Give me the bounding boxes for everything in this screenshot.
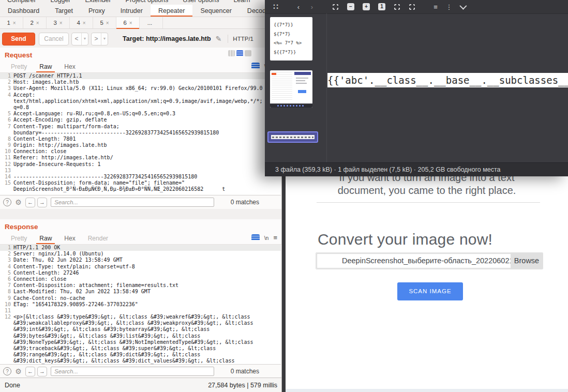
repeater-tab[interactable]: ... xyxy=(140,17,163,28)
send-button[interactable]: Send xyxy=(2,33,35,46)
zoom-original-icon[interactable]: 1 xyxy=(378,3,385,10)
page-tagline-line2: document, you came to the right place. xyxy=(286,185,568,197)
burp-main-tab[interactable]: Intruder xyxy=(113,5,151,17)
page-heading: Convert your image now! xyxy=(318,231,492,248)
prettify-icon[interactable] xyxy=(251,63,260,69)
file-input[interactable]: DeepinScreenshot_выберите-область_202206… xyxy=(317,253,511,268)
request-view-tab[interactable]: Hex xyxy=(58,61,81,72)
request-editor[interactable]: 1POST /scanner HTTP/1.12Host: images.lat… xyxy=(0,73,281,194)
burp-top-tab[interactable]: Learn xyxy=(226,0,257,5)
history-back-button[interactable]: < ▼ xyxy=(71,33,88,46)
chevron-down-icon[interactable]: ▼ xyxy=(101,33,108,45)
request-search-bar: ? ⚙ ← → Search... 0 matches xyxy=(0,195,281,209)
close-icon[interactable]: × xyxy=(13,20,16,26)
close-icon[interactable]: × xyxy=(129,20,132,26)
http-version-button[interactable]: HTTP/1 xyxy=(233,36,253,42)
close-icon[interactable]: × xyxy=(83,20,86,26)
request-title: Request xyxy=(5,51,32,59)
repeater-tab[interactable]: 2× xyxy=(23,17,47,28)
prev-match-icon[interactable]: ← xyxy=(25,367,35,376)
grid-view-icon[interactable]: ∷ xyxy=(271,2,280,12)
burp-top-tab-row: ComparerLoggerExtenderProject optionsUse… xyxy=(0,0,281,5)
selection-brackets-icon[interactable] xyxy=(333,4,338,10)
thumbnail-panel: {{7*7}}${7*7}<%= 7*7 %>${{7*7}} xyxy=(265,13,327,163)
search-input[interactable]: Search... xyxy=(51,198,214,207)
browse-button[interactable]: Browse xyxy=(511,253,543,269)
thumbnail-selected-strip[interactable] xyxy=(267,131,318,143)
request-line: boundary=---------------------------3226… xyxy=(0,130,281,136)
burp-top-tab[interactable]: Project options xyxy=(118,0,176,5)
burp-main-tab[interactable]: Sequencer xyxy=(192,5,239,17)
help-icon[interactable]: ? xyxy=(3,198,11,206)
zoom-out-icon[interactable]: − xyxy=(347,3,354,10)
response-view-tab[interactable]: Hex xyxy=(58,233,81,244)
gear-icon[interactable]: ⚙ xyxy=(14,198,23,206)
repeater-tab[interactable]: 4× xyxy=(70,17,93,28)
show-newlines-icon[interactable]: \n xyxy=(264,235,269,241)
response-view-tab[interactable]: Render xyxy=(82,233,114,244)
page-bottom-strip xyxy=(286,389,568,392)
prettify-icon[interactable] xyxy=(251,234,260,241)
send-row: Send Cancel < ▼ > ▼ Target: http://image… xyxy=(0,29,281,49)
request-view-tab[interactable]: Raw xyxy=(33,61,58,72)
collapse-icon[interactable] xyxy=(458,2,467,12)
response-line: 8Last-Modified: Thu, 02 Jun 2022 13:58:4… xyxy=(0,289,281,295)
thumbnail-ssti-payloads[interactable]: {{7*7}}${7*7}<%= 7*7 %>${{7*7}} xyxy=(270,17,312,61)
burp-top-tab[interactable]: Comparer xyxy=(0,0,43,5)
back-icon[interactable]: ‹ xyxy=(294,2,303,12)
burp-main-tab[interactable]: Proxy xyxy=(81,5,113,17)
list-view-icon[interactable]: ≡ xyxy=(431,2,440,12)
response-view-tab[interactable]: Raw xyxy=(33,233,58,244)
repeater-tab[interactable]: 6× xyxy=(116,17,140,28)
response-line: 3Date: Thu, 02 Jun 2022 13:58:49 GMT xyxy=(0,257,281,263)
forward-icon[interactable]: › xyxy=(307,2,317,12)
layout-rows-icon[interactable] xyxy=(236,50,243,56)
frameless-icon[interactable] xyxy=(409,4,415,10)
separator xyxy=(228,35,228,43)
edit-pencil-icon[interactable]: ✎ xyxy=(216,35,222,43)
response-line: 11 xyxy=(0,308,281,314)
gear-icon[interactable]: ⚙ xyxy=(14,367,23,375)
burp-top-tab[interactable]: Logger xyxy=(43,0,78,5)
next-match-icon[interactable]: → xyxy=(37,367,47,376)
response-search-bar: ? ⚙ ← → Search... 0 matches xyxy=(0,364,281,378)
layout-columns-icon[interactable] xyxy=(228,50,235,56)
image-preview-strip[interactable]: {{'abc'.__class__.__base__.__subclasses_… xyxy=(327,73,568,87)
close-icon[interactable]: × xyxy=(106,20,109,26)
close-icon[interactable]: × xyxy=(36,20,39,26)
zoom-in-icon[interactable]: + xyxy=(363,3,370,10)
cancel-button[interactable]: Cancel xyxy=(39,33,69,46)
response-line: 1HTTP/1.1 200 OK xyxy=(0,245,281,251)
burp-main-tab[interactable]: Dashboard xyxy=(0,5,47,17)
request-line: 14-----------------------------322692837… xyxy=(0,174,281,180)
thumbnail-screenshot[interactable] xyxy=(270,70,312,108)
chevron-down-icon[interactable]: ▼ xyxy=(81,33,88,45)
burp-main-tab[interactable]: Repeater xyxy=(151,5,192,17)
request-line: 12Upgrade-Insecure-Requests: 1 xyxy=(0,161,281,168)
fullscreen-icon[interactable] xyxy=(394,4,400,10)
search-input[interactable]: Search... xyxy=(51,367,214,376)
help-icon[interactable]: ? xyxy=(3,367,11,375)
burp-top-tab[interactable]: User options xyxy=(175,0,226,5)
burp-top-tab[interactable]: Extender xyxy=(78,0,118,5)
burp-main-tab[interactable]: Target xyxy=(47,5,81,17)
response-line: &#39;traceback&#39;&gt;, &lt;class &#39;… xyxy=(0,345,281,352)
next-match-icon[interactable]: → xyxy=(37,198,47,207)
layout-single-icon[interactable] xyxy=(245,50,251,56)
repeater-tab[interactable]: 3× xyxy=(47,17,70,28)
prev-match-icon[interactable]: ← xyxy=(25,198,35,207)
file-manager-window: ∷ ‹ › − + 1 ≡ ⋮ {{7*7}}${7*7}<%= 7*7 %>$… xyxy=(265,0,568,176)
response-editor[interactable]: 1HTTP/1.1 200 OK2Server: nginx/1.14.0 (U… xyxy=(0,245,281,366)
response-view-tab[interactable]: Pretty xyxy=(5,233,33,244)
response-line: 4Content-Type: text/plain; charset=utf-8 xyxy=(0,264,281,270)
history-forward-button[interactable]: > ▼ xyxy=(91,33,108,46)
status-metrics: 27,584 bytes | 579 millis xyxy=(208,382,277,389)
repeater-tab[interactable]: 1× xyxy=(0,17,23,28)
repeater-tab[interactable]: 5× xyxy=(93,17,116,28)
editor-menu-icon[interactable]: ≡ xyxy=(273,234,277,242)
more-options-icon[interactable]: ⋮ xyxy=(444,2,454,12)
scan-image-button[interactable]: SCAN IMAGE xyxy=(397,282,463,300)
close-icon[interactable]: × xyxy=(59,20,63,26)
request-view-tab[interactable]: Pretty xyxy=(5,61,33,72)
response-line: &#39;int&#39;&gt;, &lt;class &#39;bytear… xyxy=(0,326,281,333)
